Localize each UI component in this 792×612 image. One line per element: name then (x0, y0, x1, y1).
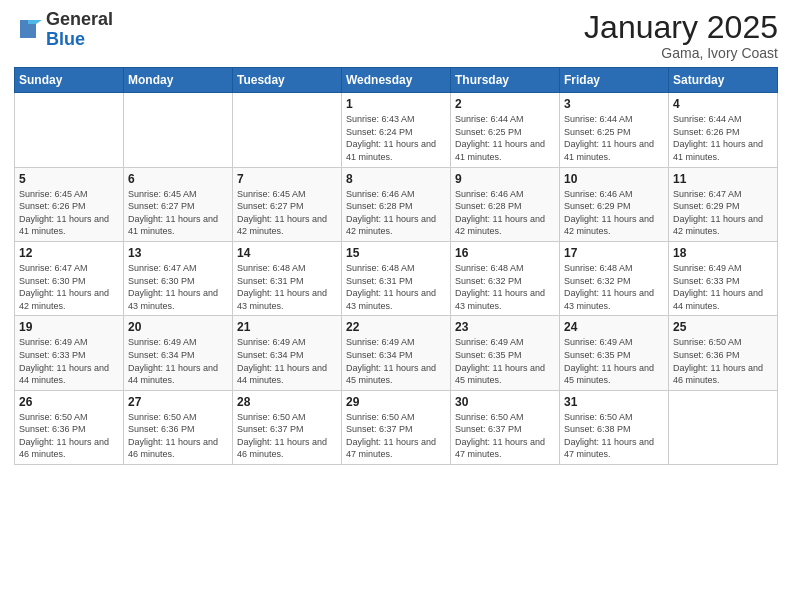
calendar-cell-w1-d4: 1Sunrise: 6:43 AM Sunset: 6:24 PM Daylig… (342, 93, 451, 167)
title-block: January 2025 Gama, Ivory Coast (584, 10, 778, 61)
col-thursday: Thursday (451, 68, 560, 93)
day-info: Sunrise: 6:49 AM Sunset: 6:34 PM Dayligh… (346, 336, 446, 386)
calendar-cell-w4-d3: 21Sunrise: 6:49 AM Sunset: 6:34 PM Dayli… (233, 316, 342, 390)
calendar-header-row: Sunday Monday Tuesday Wednesday Thursday… (15, 68, 778, 93)
day-info: Sunrise: 6:45 AM Sunset: 6:26 PM Dayligh… (19, 188, 119, 238)
calendar-cell-w2-d2: 6Sunrise: 6:45 AM Sunset: 6:27 PM Daylig… (124, 167, 233, 241)
calendar-cell-w3-d7: 18Sunrise: 6:49 AM Sunset: 6:33 PM Dayli… (669, 241, 778, 315)
day-info: Sunrise: 6:50 AM Sunset: 6:36 PM Dayligh… (128, 411, 228, 461)
page: General Blue January 2025 Gama, Ivory Co… (0, 0, 792, 612)
col-tuesday: Tuesday (233, 68, 342, 93)
day-info: Sunrise: 6:50 AM Sunset: 6:38 PM Dayligh… (564, 411, 664, 461)
day-info: Sunrise: 6:49 AM Sunset: 6:33 PM Dayligh… (19, 336, 119, 386)
day-number: 26 (19, 395, 119, 409)
calendar-week-3: 12Sunrise: 6:47 AM Sunset: 6:30 PM Dayli… (15, 241, 778, 315)
calendar-cell-w1-d1 (15, 93, 124, 167)
calendar-table: Sunday Monday Tuesday Wednesday Thursday… (14, 67, 778, 465)
day-info: Sunrise: 6:50 AM Sunset: 6:36 PM Dayligh… (673, 336, 773, 386)
calendar-cell-w4-d6: 24Sunrise: 6:49 AM Sunset: 6:35 PM Dayli… (560, 316, 669, 390)
calendar-week-4: 19Sunrise: 6:49 AM Sunset: 6:33 PM Dayli… (15, 316, 778, 390)
calendar-cell-w4-d7: 25Sunrise: 6:50 AM Sunset: 6:36 PM Dayli… (669, 316, 778, 390)
day-number: 1 (346, 97, 446, 111)
calendar-cell-w4-d1: 19Sunrise: 6:49 AM Sunset: 6:33 PM Dayli… (15, 316, 124, 390)
calendar-cell-w1-d5: 2Sunrise: 6:44 AM Sunset: 6:25 PM Daylig… (451, 93, 560, 167)
calendar-cell-w2-d6: 10Sunrise: 6:46 AM Sunset: 6:29 PM Dayli… (560, 167, 669, 241)
calendar-cell-w5-d7 (669, 390, 778, 464)
calendar-cell-w5-d5: 30Sunrise: 6:50 AM Sunset: 6:37 PM Dayli… (451, 390, 560, 464)
day-info: Sunrise: 6:47 AM Sunset: 6:30 PM Dayligh… (128, 262, 228, 312)
day-info: Sunrise: 6:44 AM Sunset: 6:26 PM Dayligh… (673, 113, 773, 163)
calendar-cell-w2-d1: 5Sunrise: 6:45 AM Sunset: 6:26 PM Daylig… (15, 167, 124, 241)
logo-general: General (46, 9, 113, 29)
day-info: Sunrise: 6:47 AM Sunset: 6:30 PM Dayligh… (19, 262, 119, 312)
day-number: 29 (346, 395, 446, 409)
calendar-cell-w4-d2: 20Sunrise: 6:49 AM Sunset: 6:34 PM Dayli… (124, 316, 233, 390)
day-info: Sunrise: 6:50 AM Sunset: 6:36 PM Dayligh… (19, 411, 119, 461)
calendar-cell-w2-d4: 8Sunrise: 6:46 AM Sunset: 6:28 PM Daylig… (342, 167, 451, 241)
day-number: 14 (237, 246, 337, 260)
calendar-cell-w1-d7: 4Sunrise: 6:44 AM Sunset: 6:26 PM Daylig… (669, 93, 778, 167)
day-info: Sunrise: 6:44 AM Sunset: 6:25 PM Dayligh… (455, 113, 555, 163)
day-number: 16 (455, 246, 555, 260)
calendar-cell-w3-d5: 16Sunrise: 6:48 AM Sunset: 6:32 PM Dayli… (451, 241, 560, 315)
logo-icon (14, 16, 42, 44)
calendar-cell-w2-d3: 7Sunrise: 6:45 AM Sunset: 6:27 PM Daylig… (233, 167, 342, 241)
calendar-cell-w3-d1: 12Sunrise: 6:47 AM Sunset: 6:30 PM Dayli… (15, 241, 124, 315)
calendar-cell-w3-d2: 13Sunrise: 6:47 AM Sunset: 6:30 PM Dayli… (124, 241, 233, 315)
location-subtitle: Gama, Ivory Coast (584, 45, 778, 61)
calendar-cell-w5-d2: 27Sunrise: 6:50 AM Sunset: 6:36 PM Dayli… (124, 390, 233, 464)
day-info: Sunrise: 6:43 AM Sunset: 6:24 PM Dayligh… (346, 113, 446, 163)
calendar-cell-w3-d6: 17Sunrise: 6:48 AM Sunset: 6:32 PM Dayli… (560, 241, 669, 315)
calendar-cell-w2-d5: 9Sunrise: 6:46 AM Sunset: 6:28 PM Daylig… (451, 167, 560, 241)
day-number: 13 (128, 246, 228, 260)
col-friday: Friday (560, 68, 669, 93)
day-info: Sunrise: 6:44 AM Sunset: 6:25 PM Dayligh… (564, 113, 664, 163)
month-title: January 2025 (584, 10, 778, 45)
calendar-cell-w4-d4: 22Sunrise: 6:49 AM Sunset: 6:34 PM Dayli… (342, 316, 451, 390)
col-sunday: Sunday (15, 68, 124, 93)
header: General Blue January 2025 Gama, Ivory Co… (14, 10, 778, 61)
day-info: Sunrise: 6:48 AM Sunset: 6:32 PM Dayligh… (455, 262, 555, 312)
day-number: 11 (673, 172, 773, 186)
logo-blue: Blue (46, 29, 85, 49)
day-number: 12 (19, 246, 119, 260)
day-info: Sunrise: 6:45 AM Sunset: 6:27 PM Dayligh… (237, 188, 337, 238)
day-number: 18 (673, 246, 773, 260)
day-info: Sunrise: 6:48 AM Sunset: 6:31 PM Dayligh… (237, 262, 337, 312)
day-info: Sunrise: 6:49 AM Sunset: 6:35 PM Dayligh… (455, 336, 555, 386)
day-number: 4 (673, 97, 773, 111)
calendar-cell-w1-d6: 3Sunrise: 6:44 AM Sunset: 6:25 PM Daylig… (560, 93, 669, 167)
day-number: 22 (346, 320, 446, 334)
day-number: 8 (346, 172, 446, 186)
day-number: 31 (564, 395, 664, 409)
day-number: 23 (455, 320, 555, 334)
calendar-cell-w5-d1: 26Sunrise: 6:50 AM Sunset: 6:36 PM Dayli… (15, 390, 124, 464)
calendar-cell-w3-d3: 14Sunrise: 6:48 AM Sunset: 6:31 PM Dayli… (233, 241, 342, 315)
day-number: 19 (19, 320, 119, 334)
day-number: 3 (564, 97, 664, 111)
day-number: 5 (19, 172, 119, 186)
day-info: Sunrise: 6:50 AM Sunset: 6:37 PM Dayligh… (346, 411, 446, 461)
calendar-week-2: 5Sunrise: 6:45 AM Sunset: 6:26 PM Daylig… (15, 167, 778, 241)
calendar-cell-w5-d3: 28Sunrise: 6:50 AM Sunset: 6:37 PM Dayli… (233, 390, 342, 464)
day-number: 9 (455, 172, 555, 186)
day-info: Sunrise: 6:48 AM Sunset: 6:32 PM Dayligh… (564, 262, 664, 312)
day-number: 17 (564, 246, 664, 260)
day-number: 30 (455, 395, 555, 409)
day-info: Sunrise: 6:46 AM Sunset: 6:28 PM Dayligh… (346, 188, 446, 238)
day-info: Sunrise: 6:47 AM Sunset: 6:29 PM Dayligh… (673, 188, 773, 238)
day-info: Sunrise: 6:46 AM Sunset: 6:28 PM Dayligh… (455, 188, 555, 238)
day-number: 10 (564, 172, 664, 186)
day-number: 27 (128, 395, 228, 409)
calendar-week-1: 1Sunrise: 6:43 AM Sunset: 6:24 PM Daylig… (15, 93, 778, 167)
calendar-week-5: 26Sunrise: 6:50 AM Sunset: 6:36 PM Dayli… (15, 390, 778, 464)
day-number: 7 (237, 172, 337, 186)
calendar-cell-w5-d4: 29Sunrise: 6:50 AM Sunset: 6:37 PM Dayli… (342, 390, 451, 464)
logo: General Blue (14, 10, 113, 50)
day-info: Sunrise: 6:49 AM Sunset: 6:34 PM Dayligh… (128, 336, 228, 386)
day-info: Sunrise: 6:49 AM Sunset: 6:33 PM Dayligh… (673, 262, 773, 312)
calendar-cell-w1-d2 (124, 93, 233, 167)
calendar-cell-w5-d6: 31Sunrise: 6:50 AM Sunset: 6:38 PM Dayli… (560, 390, 669, 464)
calendar-cell-w4-d5: 23Sunrise: 6:49 AM Sunset: 6:35 PM Dayli… (451, 316, 560, 390)
svg-marker-1 (28, 20, 36, 24)
